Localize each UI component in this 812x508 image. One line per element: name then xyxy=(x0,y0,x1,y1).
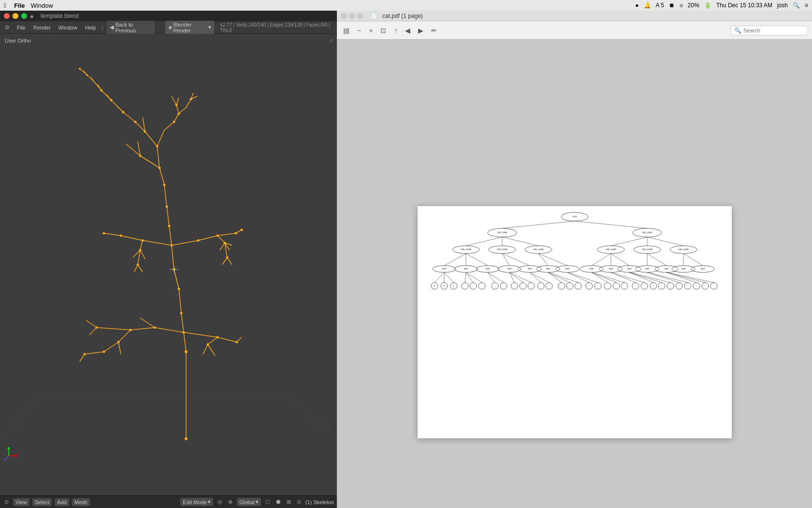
overlay-icon[interactable]: ⊞ xyxy=(285,498,292,506)
svg-line-56 xyxy=(218,233,236,236)
app-name[interactable]: File xyxy=(14,2,25,9)
view-label: View xyxy=(15,499,27,505)
orientation-selector[interactable]: Global ▾ xyxy=(237,498,261,506)
svg-line-33 xyxy=(203,344,208,354)
window-menu[interactable]: Window xyxy=(57,24,79,31)
pivot-icon[interactable]: ◎ xyxy=(216,498,224,506)
svg-point-214 xyxy=(566,283,573,289)
svg-line-185 xyxy=(466,254,488,266)
pdf-prev-page-button[interactable]: ◀ xyxy=(403,25,413,36)
maximize-button[interactable] xyxy=(21,13,27,19)
pdf-edit-button[interactable]: ✏ xyxy=(429,25,439,36)
svg-point-213 xyxy=(558,283,565,289)
svg-point-212 xyxy=(546,283,552,289)
add-menu[interactable]: Add xyxy=(55,498,69,506)
proportional-icon[interactable]: ⊙ xyxy=(295,498,303,506)
svg-line-105 xyxy=(87,75,94,82)
orientation-label: Global xyxy=(239,499,255,505)
minimize-button[interactable] xyxy=(13,13,18,19)
svg-point-217 xyxy=(594,283,601,289)
wifi-icon: ⌾ xyxy=(680,2,683,9)
menubar-window[interactable]: Window xyxy=(31,2,53,9)
pdf-close-btn[interactable] xyxy=(341,13,347,19)
mesh-label: Mesh xyxy=(74,499,87,505)
select-label: Select xyxy=(35,499,50,505)
pdf-titlebar: 📄 cat.pdf (1 page) xyxy=(337,11,812,21)
svg-text:sub_node: sub_node xyxy=(606,248,616,251)
svg-point-208 xyxy=(511,283,518,289)
svg-line-239 xyxy=(509,272,514,283)
svg-line-255 xyxy=(629,272,662,283)
svg-line-95 xyxy=(123,112,135,122)
svg-line-19 xyxy=(89,328,97,335)
edit-mode-selector[interactable]: Edit Mode ▾ xyxy=(180,498,213,506)
apple-menu[interactable]:  xyxy=(4,1,6,9)
pdf-search-box[interactable]: 🔍 xyxy=(731,26,808,35)
blender-viewport[interactable]: User Ortho ⊿ xyxy=(0,34,337,495)
svg-line-84 xyxy=(157,146,160,168)
pdf-search-input[interactable] xyxy=(743,28,801,33)
svg-line-251 xyxy=(592,272,624,283)
pdf-content[interactable]: .node { fill: none; stroke: #333; stroke… xyxy=(337,40,812,508)
svg-text:leaf: leaf xyxy=(664,267,668,270)
svg-line-231 xyxy=(435,272,444,283)
back-to-previous-button[interactable]: ◀ Back to Previous xyxy=(107,21,155,34)
svg-line-98 xyxy=(116,105,123,112)
render-engine-selector[interactable]: ◈ Blender Render ▾ xyxy=(165,21,215,34)
svg-text:B: B xyxy=(443,284,445,287)
svg-line-2 xyxy=(290,395,337,439)
svg-line-186 xyxy=(502,254,509,266)
menu-icon[interactable]: ≡ xyxy=(805,2,808,9)
spotlight-icon[interactable]: 🔍 xyxy=(793,2,800,9)
file-menu[interactable]: File xyxy=(15,24,28,31)
svg-line-237 xyxy=(488,272,495,283)
pdf-view-toggle[interactable]: ▤ xyxy=(341,25,352,36)
help-menu[interactable]: Help xyxy=(83,24,98,31)
pdf-min-btn[interactable] xyxy=(349,13,355,19)
svg-marker-125 xyxy=(15,454,17,457)
svg-text:leaf: leaf xyxy=(681,267,685,270)
pdf-zoom-out-button[interactable]: − xyxy=(355,25,363,36)
edit-mode-label: Edit Mode xyxy=(183,499,207,505)
svg-line-15 xyxy=(97,328,130,330)
svg-line-136 xyxy=(575,221,647,228)
svg-line-64 xyxy=(220,243,225,250)
username: josh xyxy=(777,2,788,9)
render-menu[interactable]: Render xyxy=(31,24,53,31)
help-sphere-icon[interactable]: ⊙ xyxy=(3,23,11,31)
close-button[interactable] xyxy=(4,13,10,19)
pdf-zoom-in-button[interactable]: + xyxy=(366,25,375,36)
magnet-icon[interactable]: ⊕ xyxy=(227,498,234,506)
info-icon[interactable]: ⊙ xyxy=(3,498,10,506)
wireframe-icon[interactable]: ⬢ xyxy=(275,498,282,506)
svg-line-109 xyxy=(83,70,87,75)
svg-line-238 xyxy=(488,272,504,283)
svg-line-244 xyxy=(548,272,562,283)
svg-line-60 xyxy=(218,236,225,243)
svg-line-24 xyxy=(85,352,104,354)
battery-icon: 🔋 xyxy=(704,2,711,9)
pdf-next-page-button[interactable]: ▶ xyxy=(416,25,426,36)
svg-text:leaf: leaf xyxy=(546,267,550,270)
svg-line-260 xyxy=(667,272,705,283)
back-to-previous-label: Back to Previous xyxy=(115,22,152,33)
mesh-menu[interactable]: Mesh xyxy=(72,498,90,506)
svg-point-223 xyxy=(650,283,657,289)
svg-line-44 xyxy=(169,226,172,245)
svg-point-222 xyxy=(641,283,648,289)
pdf-actual-size-button[interactable]: ⊡ xyxy=(378,25,389,36)
svg-point-203 xyxy=(462,283,468,289)
svg-text:leaf: leaf xyxy=(527,267,532,270)
airplay-badge: A 5 xyxy=(656,2,664,9)
viewport-shading-icon[interactable]: ⬡ xyxy=(264,498,272,506)
svg-line-89 xyxy=(145,132,157,146)
svg-text:sub_node: sub_node xyxy=(678,248,689,251)
view-menu[interactable]: View xyxy=(13,498,29,506)
pdf-max-btn[interactable] xyxy=(357,13,363,19)
svg-point-211 xyxy=(537,283,544,289)
svg-line-28 xyxy=(218,337,237,342)
pdf-filename: cat.pdf (1 page) xyxy=(382,13,423,19)
svg-line-190 xyxy=(592,254,611,266)
pdf-share-button[interactable]: ↑ xyxy=(392,25,400,36)
select-menu[interactable]: Select xyxy=(32,498,52,506)
